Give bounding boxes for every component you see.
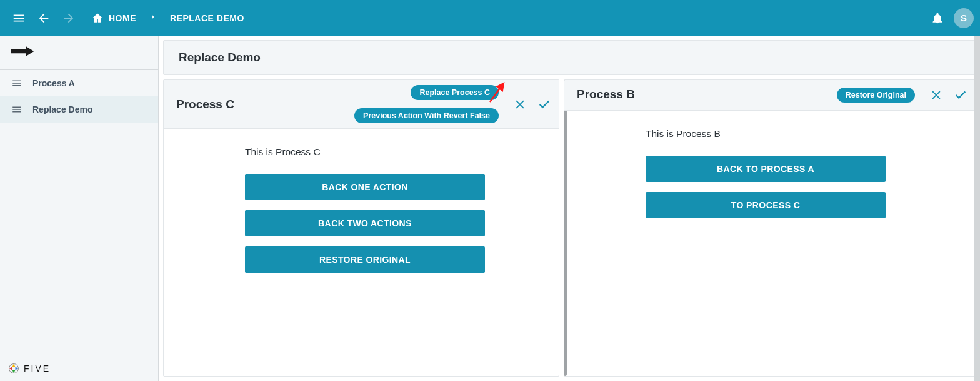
app-bar: HOME REPLACE DEMO S [0, 0, 980, 36]
process-c-title: Process C [176, 98, 234, 111]
confirm-button[interactable] [954, 88, 968, 102]
forward-arrow-icon [10, 44, 35, 61]
sidebar-item-replace-demo[interactable]: Replace Demo [0, 96, 158, 123]
list-icon [11, 104, 22, 115]
process-c-header: Process C Replace Process C Previous Act… [164, 80, 559, 129]
process-b-card: Process B Restore Original This is [564, 79, 976, 377]
sidebar-header [0, 36, 158, 70]
process-b-body: This is Process B BACK TO PROCESS A TO P… [564, 111, 975, 241]
back-one-action-button[interactable]: BACK ONE ACTION [245, 174, 485, 200]
avatar-initial: S [961, 13, 967, 23]
chevron-right-icon [149, 13, 158, 21]
brand-logo: FIVE [8, 362, 151, 375]
process-b-header: Process B Restore Original [564, 80, 975, 111]
chip-previous-action-revert-false[interactable]: Previous Action With Revert False [354, 108, 499, 123]
back-two-actions-button[interactable]: BACK TWO ACTIONS [245, 210, 485, 236]
to-process-c-button[interactable]: TO PROCESS C [646, 192, 886, 218]
check-icon [954, 88, 968, 102]
chip-replace-process-c[interactable]: Replace Process C [411, 85, 499, 100]
home-icon [91, 12, 104, 24]
logo-mark-icon [8, 362, 20, 375]
breadcrumb-current-label: REPLACE DEMO [170, 13, 244, 23]
bell-icon [931, 12, 944, 24]
nav-forward-button [56, 6, 81, 31]
breadcrumb-separator [141, 13, 165, 24]
breadcrumb-current[interactable]: REPLACE DEMO [165, 13, 249, 23]
process-b-body-text: This is Process B [646, 128, 962, 140]
main-area: Replace Demo Process C Replace Process C… [159, 36, 980, 381]
scrollbar[interactable] [974, 36, 980, 381]
process-b-title: Process B [577, 88, 635, 101]
hamburger-icon [12, 11, 26, 25]
close-icon [930, 89, 942, 101]
process-c-body: This is Process C BACK ONE ACTION BACK T… [164, 129, 559, 295]
breadcrumb-home-label: HOME [109, 13, 136, 23]
check-icon [538, 98, 551, 111]
process-c-card: Process C Replace Process C Previous Act… [163, 79, 559, 377]
brand-text: FIVE [24, 363, 51, 373]
close-button[interactable] [514, 98, 526, 111]
divider-handle[interactable] [564, 80, 567, 376]
page-title: Replace Demo [163, 40, 976, 75]
close-icon [514, 98, 526, 111]
sidebar-item-label: Process A [32, 78, 75, 88]
process-c-body-text: This is Process C [245, 146, 546, 158]
user-avatar[interactable]: S [954, 8, 974, 28]
restore-original-button[interactable]: RESTORE ORIGINAL [245, 246, 485, 273]
menu-button[interactable] [6, 6, 31, 31]
chip-restore-original[interactable]: Restore Original [837, 88, 915, 103]
list-icon [11, 78, 22, 89]
arrow-right-icon [62, 11, 76, 25]
confirm-button[interactable] [538, 98, 551, 111]
nav-back-button[interactable] [31, 6, 56, 31]
close-button[interactable] [930, 89, 942, 101]
sidebar-item-label: Replace Demo [32, 104, 92, 114]
page-title-text: Replace Demo [179, 51, 261, 64]
sidebar: Process A Replace Demo FIVE [0, 36, 159, 381]
back-to-process-a-button[interactable]: BACK TO PROCESS A [646, 156, 886, 182]
sidebar-item-process-a[interactable]: Process A [0, 70, 158, 96]
breadcrumb-home[interactable]: HOME [86, 12, 141, 24]
arrow-left-icon [37, 11, 51, 25]
notifications-button[interactable] [925, 6, 950, 31]
sidebar-footer: FIVE [0, 356, 158, 381]
